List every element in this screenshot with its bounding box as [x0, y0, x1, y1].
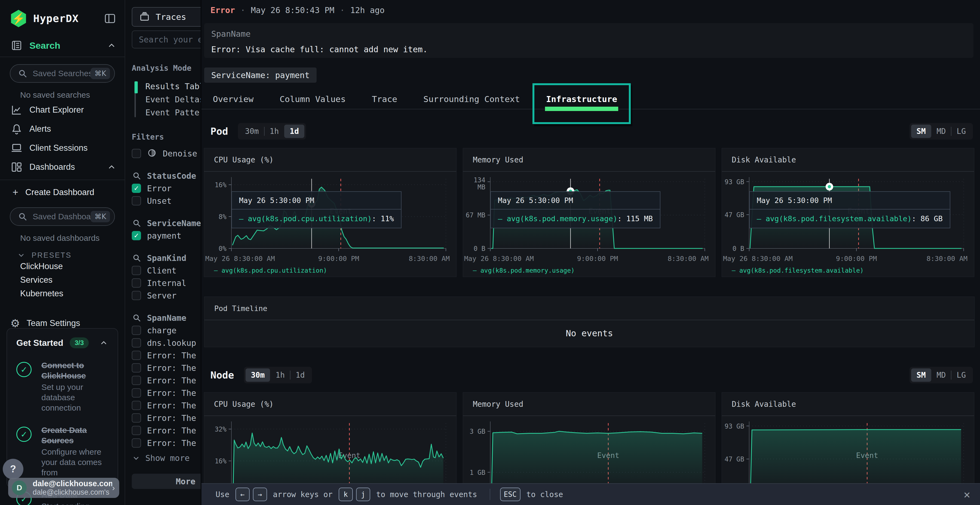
tab-surrounding-context[interactable]: Surrounding Context	[416, 89, 528, 109]
tooltip-value: : 86 GB	[912, 214, 943, 223]
tooltip-metric: — avg(k8s.pod.filesystem.available)	[757, 214, 912, 223]
check-circle-icon: ✓	[16, 362, 32, 377]
node-range-1h[interactable]: 1h	[270, 368, 290, 382]
pod-range-1h[interactable]: 1h	[264, 125, 285, 138]
get-started-item[interactable]: ✓Create Data SourcesConfigure where your…	[16, 425, 108, 478]
checkbox-unchecked[interactable]	[132, 426, 141, 435]
preset-item-clickhouse[interactable]: ClickHouse	[0, 260, 125, 273]
tab-infrastructure[interactable]: Infrastructure	[538, 89, 625, 109]
span-name-value: Error: Visa cache full: cannot add new i…	[211, 44, 966, 54]
j-key: j	[356, 488, 370, 501]
keyboard-hint-bar: Use ← → arrow keys or k j to move throug…	[202, 483, 980, 505]
service-name-chip[interactable]: ServiceName: payment	[204, 67, 317, 83]
event-timestamp: May 26 8:50:43 PM	[251, 5, 334, 15]
traces-source-icon	[139, 11, 150, 22]
checkbox-unchecked[interactable]	[132, 338, 141, 348]
pod-size-lg[interactable]: LG	[951, 125, 971, 138]
node-size-md[interactable]: MD	[931, 368, 951, 382]
checkbox-unchecked[interactable]	[132, 351, 141, 360]
checkbox-checked[interactable]: ✓	[132, 184, 141, 193]
node-size-sm[interactable]: SM	[911, 368, 931, 382]
checkbox-unchecked[interactable]	[132, 376, 141, 385]
pod-timeline-empty: No events	[204, 320, 974, 346]
create-dashboard-button[interactable]: + Create Dashboard	[0, 184, 125, 200]
presets-toggle[interactable]: PRESETS	[17, 251, 125, 260]
svg-text:16%: 16%	[215, 457, 227, 465]
saved-searches-input[interactable]: Saved Searches ⌘K	[10, 64, 115, 83]
hyperdx-logo-icon: ⚡	[10, 10, 27, 27]
checkbox-unchecked[interactable]	[132, 326, 141, 335]
get-started-item[interactable]: ✓Connect to ClickHouseSet up your databa…	[16, 360, 108, 413]
checkbox-unchecked[interactable]	[132, 388, 141, 397]
event-relative-time: 12h ago	[350, 5, 384, 15]
checkbox-checked[interactable]: ✓	[132, 231, 141, 240]
sidebar-item-search[interactable]: Search	[0, 34, 125, 57]
chart-explorer-icon	[10, 104, 23, 116]
chevron-down-icon	[17, 251, 25, 260]
pod-size-sm[interactable]: SM	[911, 125, 931, 138]
help-button[interactable]: ?	[3, 459, 24, 480]
checkbox-unchecked[interactable]	[132, 266, 141, 275]
svg-text:9:00:00 PM: 9:00:00 PM	[318, 255, 360, 262]
svg-text:8%: 8%	[219, 213, 226, 221]
search-icon	[132, 253, 142, 263]
svg-text:93 GB: 93 GB	[725, 178, 744, 186]
chart-legend: — avg(k8s.pod.cpu.utilization)	[214, 267, 327, 274]
checkbox-unchecked[interactable]	[132, 278, 141, 287]
chart-title: Disk Available	[722, 392, 974, 416]
check-circle-icon: ✓	[16, 427, 32, 442]
preset-item-services[interactable]: Services	[0, 273, 125, 287]
node-range-1d[interactable]: 1d	[290, 368, 310, 382]
saved-dashboards-input[interactable]: Saved Dashboards ⌘K	[10, 207, 115, 226]
preset-item-kubernetes[interactable]: Kubernetes	[0, 287, 125, 300]
event-detail-panel: Error · May 26 8:50:43 PM · 12h ago Span…	[200, 0, 980, 505]
user-menu[interactable]: D dale@clickhouse.com dale@clickhouse.co…	[8, 478, 119, 498]
denoise-checkbox[interactable]	[132, 149, 141, 158]
pod-range-1d[interactable]: 1d	[284, 125, 304, 138]
checkbox-unchecked[interactable]	[132, 363, 141, 373]
pod-timeline-card: Pod Timeline No events	[204, 297, 975, 347]
pod-title: Pod	[210, 126, 228, 137]
checkbox-unchecked[interactable]	[132, 291, 141, 300]
svg-text:47 GB: 47 GB	[725, 211, 744, 219]
user-subtitle: dale@clickhouse.com's	[33, 488, 112, 497]
chevron-up-icon	[107, 162, 116, 172]
checkbox-unchecked[interactable]	[132, 196, 141, 205]
preset-list: ClickHouseServicesKubernetes	[0, 260, 125, 300]
tab-trace[interactable]: Trace	[364, 89, 405, 109]
chart-title: CPU Usage (%)	[204, 148, 456, 172]
pod-range-30m[interactable]: 30m	[240, 125, 264, 138]
shortcut-badge: ⌘K	[91, 68, 110, 79]
node-size-lg[interactable]: LG	[951, 368, 971, 382]
event-search-placeholder: Search your ev	[139, 35, 208, 44]
sidebar-item-dashboards[interactable]: Dashboards	[0, 158, 125, 176]
sidebar-collapse-icon[interactable]	[103, 12, 116, 25]
dashboards-icon	[10, 161, 23, 173]
tooltip-metric: — avg(k8s.pod.memory.usage)	[498, 214, 617, 223]
chevron-up-icon[interactable]	[99, 338, 108, 348]
app-title: HyperDX	[33, 13, 79, 24]
node-range-30m[interactable]: 30m	[245, 368, 270, 382]
search-icon	[132, 313, 142, 323]
close-icon[interactable]: ✕	[964, 488, 970, 501]
sidebar-item-client-sessions[interactable]: Client Sessions	[0, 139, 125, 157]
presets-label: PRESETS	[32, 251, 72, 260]
checkbox-unchecked[interactable]	[132, 438, 141, 448]
checkbox-unchecked[interactable]	[132, 401, 141, 410]
node-section-header: Node30m1h1d	[210, 367, 312, 383]
sidebar-item-chart-explorer[interactable]: Chart Explorer	[0, 101, 125, 119]
pod-size-md[interactable]: MD	[931, 125, 951, 138]
tab-column-values[interactable]: Column Values	[272, 89, 353, 109]
svg-text:8:30:00 AM: 8:30:00 AM	[926, 255, 967, 262]
chevron-down-icon	[132, 454, 140, 462]
svg-text:1 GB: 1 GB	[469, 469, 485, 476]
create-dashboard-label: Create Dashboard	[25, 187, 94, 197]
analysis-mode-track	[134, 81, 136, 117]
tab-overview[interactable]: Overview	[205, 89, 261, 109]
chart-title: Memory Used	[463, 148, 715, 172]
checkbox-unchecked[interactable]	[132, 413, 141, 422]
show-more-label: Show more	[145, 453, 190, 463]
sidebar-item-alerts[interactable]: Alerts	[0, 120, 125, 138]
divider	[490, 489, 490, 500]
node-title: Node	[210, 370, 234, 381]
